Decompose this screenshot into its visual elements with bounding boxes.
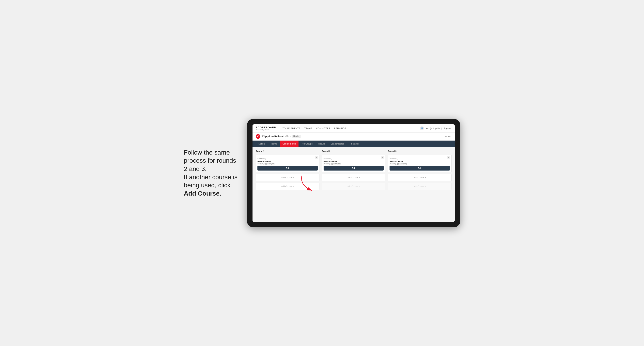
nav-teams[interactable]: TEAMS [304, 127, 312, 130]
round-3-add-course-1[interactable]: Add Course + [388, 174, 452, 181]
round-2-add-course-1-icon: + [358, 176, 360, 179]
nav-rankings[interactable]: RANKINGS [334, 127, 346, 130]
instruction-block: Follow the same process for rounds 2 and… [184, 149, 239, 198]
round-3-add-course-2-icon: + [425, 185, 426, 187]
round-1-add-course-2-icon: + [292, 185, 294, 187]
hosting-badge: Hosting [292, 135, 301, 138]
round-2-add-course-2-icon: + [358, 185, 360, 187]
tab-tee-groups[interactable]: Tee Groups [298, 141, 315, 147]
round-3-add-course-2-label: Add Course [414, 185, 424, 187]
round-3-course-name: Peachtree GC [390, 160, 450, 163]
tournament-name: Clippd Invitational [262, 135, 284, 138]
tab-details[interactable]: Details [256, 141, 268, 147]
round-1-course-details: Yellow (M) (6629 yds) [258, 163, 318, 165]
round-1-add-course-1-label: Add Course [281, 176, 292, 179]
round-2-course-name: Peachtree GC [324, 160, 384, 163]
sub-header: C Clippd Invitational (Men) Hosting Canc… [252, 133, 455, 141]
round-2-add-course-2: Add Course + [322, 183, 386, 190]
top-nav-links: TOURNAMENTS TEAMS COMMITTEE RANKINGS [282, 127, 346, 130]
round-2-add-course-1-label: Add Course [348, 176, 358, 179]
page-container: Follow the same process for rounds 2 and… [184, 119, 460, 227]
scoreboard-logo: SCOREBOARD Powered by clippd [256, 126, 276, 131]
round-2-add-course-1[interactable]: Add Course + [322, 174, 386, 181]
round-1-add-course-2-label: Add Course [281, 185, 292, 187]
round-2-label: Round 2 [322, 150, 386, 152]
tab-printables[interactable]: Printables [347, 141, 362, 147]
round-3-label: Round 3 [388, 150, 452, 152]
round-3-add-course-1-icon: + [425, 176, 426, 179]
tab-teams[interactable]: Teams [268, 141, 280, 147]
round-2-delete-button[interactable]: × [381, 156, 384, 159]
user-email: blair@clippd.io [426, 127, 440, 130]
content-area: Round 1 (Course A) × Peachtree GC Yellow… [252, 147, 455, 222]
logo-letter: C [257, 135, 259, 138]
round-2-course-card: (Course A) × Peachtree GC Yellow (M) (66… [322, 155, 386, 172]
tablet-device: SCOREBOARD Powered by clippd TOURNAMENTS… [247, 119, 460, 227]
round-3-edit-button[interactable]: Edit [390, 166, 450, 171]
app-name: SCOREBOARD [256, 126, 276, 129]
round-1-add-course-1[interactable]: Add Course + [256, 174, 320, 181]
round-1-edit-button[interactable]: Edit [258, 166, 318, 171]
round-2-course-details: Yellow (M) (6629 yds) [324, 163, 384, 165]
top-nav-right: 👤 blair@clippd.io | Sign out [420, 126, 452, 130]
tab-leaderboards[interactable]: Leaderboards [328, 141, 347, 147]
round-1-course-label: (Course A) [258, 158, 266, 160]
nav-tournaments[interactable]: TOURNAMENTS [282, 127, 300, 130]
tournament-logo: C [256, 134, 260, 139]
app-subtitle: Powered by clippd [256, 129, 276, 131]
round-3-course-label: (Course A) [390, 158, 398, 160]
round-3-course-details: Yellow (M) (6629 yds) [390, 163, 450, 165]
round-3-add-course-2: Add Course + [388, 183, 452, 190]
round-3-column: Round 3 (Course A) × Peachtree GC Yellow… [388, 150, 452, 190]
tournament-gender: (Men) [286, 135, 290, 137]
round-1-add-course-2[interactable]: Add Course + [256, 183, 320, 190]
tab-bar: Details Teams Course Setup Tee Groups Re… [252, 141, 455, 147]
user-avatar: 👤 [420, 126, 424, 130]
round-1-column: Round 1 (Course A) × Peachtree GC Yellow… [256, 150, 320, 190]
round-1-course-card: (Course A) × Peachtree GC Yellow (M) (66… [256, 155, 320, 172]
cancel-button[interactable]: Cancel × [443, 135, 452, 138]
instruction-text: Follow the same process for rounds 2 and… [184, 149, 238, 197]
round-1-course-name: Peachtree GC [258, 160, 318, 163]
sign-out-link[interactable]: Sign out [444, 127, 452, 130]
round-3-add-course-1-label: Add Course [414, 176, 424, 179]
round-3-delete-button[interactable]: × [447, 156, 450, 159]
tab-results[interactable]: Results [315, 141, 328, 147]
round-2-edit-button[interactable]: Edit [324, 166, 384, 171]
round-2-add-course-2-label: Add Course [348, 185, 358, 187]
round-1-add-course-1-icon: + [292, 176, 294, 179]
round-1-label: Round 1 [256, 150, 320, 152]
top-nav: SCOREBOARD Powered by clippd TOURNAMENTS… [252, 124, 455, 133]
nav-separator: | [442, 127, 442, 130]
nav-committee[interactable]: COMMITTEE [316, 127, 330, 130]
round-2-course-label: (Course A) [324, 158, 332, 160]
round-2-column: Round 2 (Course A) × Peachtree GC Yellow… [322, 150, 386, 190]
tablet-screen: SCOREBOARD Powered by clippd TOURNAMENTS… [252, 124, 455, 222]
tab-course-setup[interactable]: Course Setup [280, 141, 298, 147]
round-3-course-card: (Course A) × Peachtree GC Yellow (M) (66… [388, 155, 452, 172]
rounds-grid: Round 1 (Course A) × Peachtree GC Yellow… [256, 150, 452, 190]
round-1-delete-button[interactable]: × [315, 156, 318, 159]
